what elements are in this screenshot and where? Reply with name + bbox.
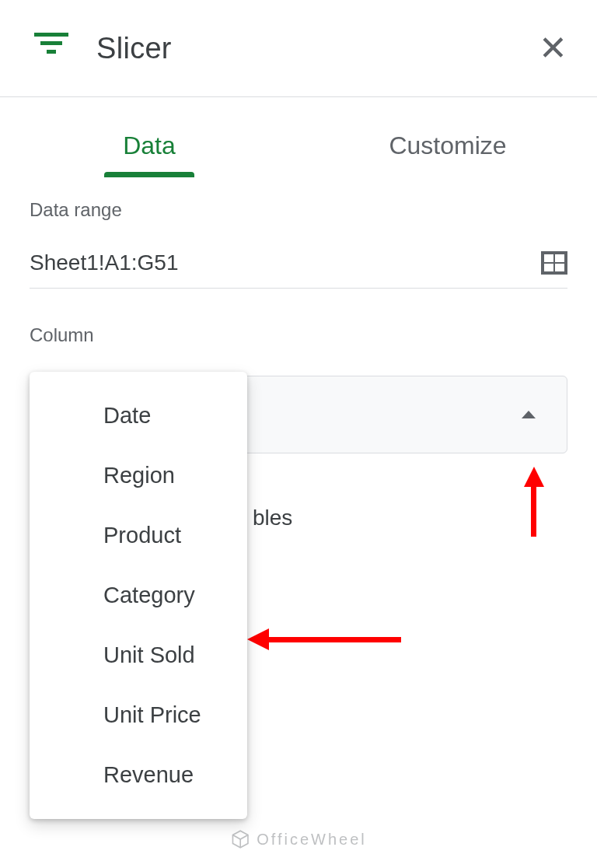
tab-data[interactable]: Data — [0, 121, 298, 177]
close-icon[interactable]: ✕ — [539, 31, 567, 65]
annotation-arrow-left — [247, 628, 403, 650]
panel-title: Slicer — [96, 32, 539, 65]
caret-up-icon — [522, 411, 536, 418]
column-dropdown: Date Region Product Category Unit Sold U… — [30, 372, 247, 819]
tabs: Data Customize — [0, 97, 597, 177]
tab-customize[interactable]: Customize — [298, 121, 597, 177]
watermark: OfficeWheel — [230, 829, 367, 849]
dropdown-item-category[interactable]: Category — [30, 565, 247, 625]
apply-pivot-text-fragment: bles — [253, 506, 292, 530]
dropdown-item-region[interactable]: Region — [30, 446, 247, 506]
dropdown-item-date[interactable]: Date — [30, 386, 247, 446]
filter-icon — [34, 33, 68, 64]
column-label: Column — [30, 324, 567, 346]
data-range-input[interactable]: Sheet1!A1:G51 — [30, 250, 178, 275]
dropdown-item-unit-price[interactable]: Unit Price — [30, 685, 247, 745]
dropdown-item-unit-sold[interactable]: Unit Sold — [30, 625, 247, 685]
dropdown-item-product[interactable]: Product — [30, 506, 247, 565]
dropdown-item-revenue[interactable]: Revenue — [30, 745, 247, 805]
watermark-icon — [230, 829, 250, 849]
annotation-arrow-up — [524, 467, 543, 537]
select-range-icon[interactable] — [541, 251, 567, 275]
watermark-text: OfficeWheel — [257, 831, 367, 849]
data-range-label: Data range — [30, 199, 567, 221]
